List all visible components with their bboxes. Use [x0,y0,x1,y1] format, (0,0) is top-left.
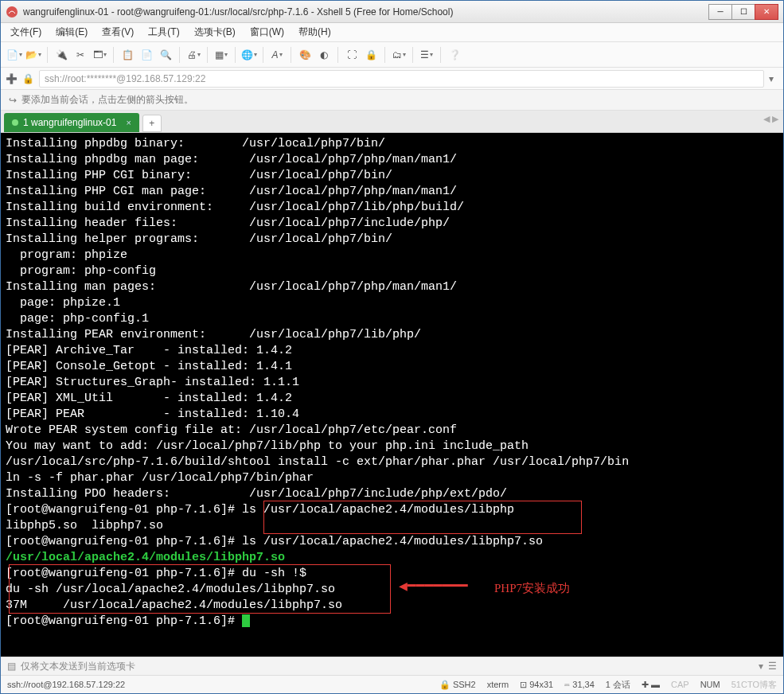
find-button[interactable]: 🔍 [157,46,174,64]
reconnect-button[interactable]: 🔌 [53,46,70,64]
send-menu[interactable]: ☰ [768,661,777,672]
menu-file[interactable]: 文件(F) [7,24,45,41]
tab-status-dot [12,119,18,126]
svg-point-0 [6,6,18,18]
annotation-label: PHP7安装成功 [494,580,570,596]
titlebar[interactable]: wangruifenglinux-01 - root@wangruifeng-0… [1,1,783,23]
layout-button[interactable]: ▦ [213,46,230,64]
menu-edit[interactable]: 编辑(E) [53,24,91,41]
new-session-button[interactable]: 📄 [6,46,23,64]
menu-tabs[interactable]: 选项卡(B) [191,24,239,41]
transfer-button[interactable]: 🗂 [390,46,408,64]
status-size: ⊡ 94x31 [520,680,553,690]
tab-label: 1 wangruifenglinux-01 [23,117,116,128]
send-bar: ▤ 仅将文本发送到当前选项卡 ▾ ☰ [1,657,783,676]
addr-add-icon[interactable]: ➕ [6,73,18,84]
tab-bar: 1 wangruifenglinux-01 × + ◀ ▶ [1,111,783,133]
tab-nav[interactable]: ◀ ▶ [763,114,778,124]
status-bar: ssh://root@192.168.57.129:22 🔒 SSH2 xter… [1,676,783,693]
properties-button[interactable]: 🗔 [91,46,108,64]
tab-close-icon[interactable]: × [126,118,131,127]
color-button[interactable]: 🎨 [296,46,314,64]
status-cap: CAP [671,680,689,689]
send-text: 仅将文本发送到当前选项卡 [21,660,135,673]
menu-window[interactable]: 窗口(W) [247,24,287,41]
open-session-button[interactable]: 📂 [25,46,42,64]
send-dropdown[interactable]: ▾ [759,661,763,672]
address-dropdown[interactable]: ▾ [764,73,778,84]
copy-button[interactable]: 📋 [119,46,136,64]
info-bar: ↪ 要添加当前会话，点击左侧的箭头按钮。 [1,90,783,111]
info-arrow-icon[interactable]: ↪ [9,95,17,106]
minimize-button[interactable]: ─ [708,4,732,20]
script-button[interactable]: ☰ [418,46,435,64]
font-button[interactable]: A [268,46,286,64]
lock-icon: 🔒 [22,73,34,84]
address-input[interactable]: ssh://root:********@192.168.57.129:22 [39,70,764,88]
fullscreen-button[interactable]: ⛶ [343,46,361,64]
address-bar: ➕ 🔒 ssh://root:********@192.168.57.129:2… [1,68,783,90]
menubar: 文件(F) 编辑(E) 查看(V) 工具(T) 选项卡(B) 窗口(W) 帮助(… [1,23,783,42]
window-title: wangruifenglinux-01 - root@wangruifeng-0… [23,6,709,18]
status-num: NUM [700,680,720,689]
app-window: wangruifenglinux-01 - root@wangruifeng-0… [0,0,784,694]
menu-help[interactable]: 帮助(H) [295,24,334,41]
encoding-button[interactable]: 🌐 [240,46,258,64]
disconnect-button[interactable]: ✂ [72,46,89,64]
lock-button[interactable]: 🔒 [362,46,380,64]
terminal-output[interactable]: Installing phpdbg binary: /usr/local/php… [1,133,783,657]
highlight-button[interactable]: ◐ [315,46,333,64]
status-conn: ssh://root@192.168.57.129:22 [7,680,428,689]
menu-tools[interactable]: 工具(T) [145,24,182,41]
new-tab-button[interactable]: + [142,115,162,132]
info-text: 要添加当前会话，点击左侧的箭头按钮。 [21,93,193,107]
app-icon [6,6,18,18]
status-ssh: 🔒 SSH2 [439,680,476,690]
help-button[interactable]: ❔ [446,46,463,64]
paste-button[interactable]: 📄 [138,46,155,64]
watermark: 51CTO博客 [731,679,777,691]
annotation-arrow: ◀━━━━━━━ [399,579,468,595]
send-icon[interactable]: ▤ [7,661,16,672]
maximize-button[interactable]: ☐ [731,4,755,20]
status-pos: ⎓ 31,34 [564,680,595,689]
session-tab[interactable]: 1 wangruifenglinux-01 × [4,113,139,132]
status-term: xterm [487,680,509,689]
close-button[interactable]: ✕ [755,4,778,20]
print-button[interactable]: 🖨 [185,46,202,64]
toolbar: 📄 📂 🔌 ✂ 🗔 📋 📄 🔍 🖨 ▦ 🌐 A 🎨 ◐ ⛶ 🔒 🗂 ☰ ❔ [1,42,783,68]
status-nav[interactable]: ✚ ▬ [642,680,660,690]
status-sess: 1 会话 [606,679,630,691]
menu-view[interactable]: 查看(V) [99,24,137,41]
